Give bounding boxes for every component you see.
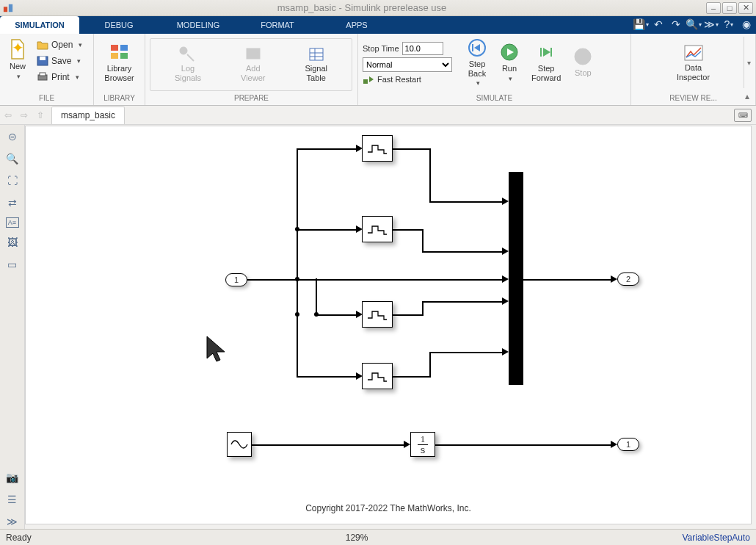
shortcut-icon[interactable]: ≫ xyxy=(705,18,718,31)
tab-debug[interactable]: DEBUG xyxy=(79,16,159,34)
tab-strip: SIMULATION DEBUG MODELING FORMAT APPS 💾 … xyxy=(0,16,756,34)
zoh-block-2[interactable] xyxy=(362,216,393,242)
zoom-icon[interactable]: 🔍 xyxy=(5,151,20,166)
keyboard-icon[interactable]: ⌨ xyxy=(734,109,752,122)
toolstrip: ✦ New ▾ Open▾ Save▾ Print▾ FILE xyxy=(0,34,756,106)
status-zoom: 129% xyxy=(346,533,368,543)
nav-back-icon[interactable]: ⇦ xyxy=(0,107,16,123)
maximize-button[interactable]: □ xyxy=(722,2,737,14)
palette: ⊝ 🔍 ⛶ ⇄ A≡ 🖼 ▭ 📷 ☰ ≫ xyxy=(0,125,25,529)
nav-up-icon[interactable]: ⇧ xyxy=(32,107,48,123)
fullscreen-icon[interactable]: ◉ xyxy=(740,18,753,31)
workspace: ⊝ 🔍 ⛶ ⇄ A≡ 🖼 ▭ 📷 ☰ ≫ 1 xyxy=(0,125,756,529)
image-icon[interactable]: 🖼 xyxy=(5,235,20,250)
print-icon xyxy=(37,72,48,82)
open-button[interactable]: Open▾ xyxy=(34,37,85,53)
collapse-toolstrip-button[interactable]: ▴ xyxy=(741,90,753,102)
app-icon xyxy=(3,3,13,13)
tab-format[interactable]: FORMAT xyxy=(238,16,317,34)
svg-rect-1 xyxy=(9,4,12,12)
outport-block-2[interactable]: 2 xyxy=(617,272,639,286)
integrator-block[interactable]: 1s xyxy=(410,432,435,457)
sine-wave-block[interactable] xyxy=(227,432,252,457)
stop-time-input[interactable] xyxy=(402,42,443,55)
fast-restart-button[interactable]: Fast Restart xyxy=(363,74,452,84)
zoh-block-4[interactable] xyxy=(362,363,393,389)
nav-forward-icon[interactable]: ⇨ xyxy=(16,107,32,123)
step-back-button[interactable]: Step Back▾ xyxy=(462,37,492,88)
viewmark-icon[interactable]: ☰ xyxy=(5,492,20,507)
data-inspector-button[interactable]: Data Inspector xyxy=(672,43,714,83)
print-button[interactable]: Print▾ xyxy=(34,69,85,85)
svg-rect-9 xyxy=(120,45,128,51)
svg-text:✦: ✦ xyxy=(12,40,24,56)
status-bar: Ready 129% VariableStepAuto xyxy=(0,529,756,545)
svg-rect-15 xyxy=(310,48,323,60)
review-more-dropdown[interactable]: ▾ xyxy=(744,37,754,88)
mux-block[interactable] xyxy=(509,172,523,385)
save-quick-icon[interactable]: 💾 xyxy=(634,18,647,31)
svg-rect-23 xyxy=(472,44,473,51)
status-ready: Ready xyxy=(6,533,32,543)
tab-simulation[interactable]: SIMULATION xyxy=(0,16,79,34)
tab-apps[interactable]: APPS xyxy=(317,16,396,34)
fit-view-icon[interactable]: ⛶ xyxy=(5,173,20,188)
library-browser-button[interactable]: Library Browser xyxy=(100,42,138,84)
log-signals-button[interactable]: Log Signals xyxy=(170,45,206,84)
tab-modeling[interactable]: MODELING xyxy=(159,16,238,34)
zoh-block-3[interactable] xyxy=(362,301,393,328)
sim-mode-select[interactable]: Normal xyxy=(363,57,452,72)
svg-rect-26 xyxy=(540,48,542,57)
svg-marker-27 xyxy=(543,48,550,57)
title-bar: msamp_basic - Simulink prerelease use – … xyxy=(0,0,756,16)
area-icon[interactable]: ▭ xyxy=(5,257,20,272)
svg-rect-30 xyxy=(580,54,586,59)
close-button[interactable]: ✕ xyxy=(738,2,753,14)
model-tab[interactable]: msamp_basic xyxy=(51,107,125,124)
find-icon[interactable]: 🔍 xyxy=(687,18,700,31)
breadcrumb-bar: ⇦ ⇨ ⇧ msamp_basic ⌨ xyxy=(0,106,756,125)
expand-palette-icon[interactable]: ≫ xyxy=(5,514,20,529)
cursor-icon xyxy=(204,335,229,364)
outport-block-1[interactable]: 1 xyxy=(617,438,639,451)
run-button[interactable]: Run▾ xyxy=(495,42,524,84)
add-viewer-button[interactable]: Add Viewer xyxy=(236,45,269,84)
canvas[interactable]: 1 xyxy=(25,126,752,524)
step-forward-button[interactable]: Step Forward xyxy=(527,42,565,84)
sample-time-icon[interactable]: ⇄ xyxy=(5,195,20,210)
svg-marker-22 xyxy=(474,44,480,51)
status-solver[interactable]: VariableStepAuto xyxy=(682,533,750,543)
stop-time-label: Stop Time xyxy=(363,44,399,53)
new-button[interactable]: ✦ New ▾ xyxy=(4,37,31,82)
svg-rect-19 xyxy=(363,79,368,84)
annotation-icon[interactable]: A≡ xyxy=(6,217,19,228)
svg-rect-0 xyxy=(4,7,7,12)
stop-button[interactable]: Stop xyxy=(568,46,597,79)
svg-rect-11 xyxy=(120,53,128,59)
svg-rect-8 xyxy=(111,45,118,51)
undo-icon[interactable]: ↶ xyxy=(652,18,665,31)
save-icon xyxy=(37,56,48,66)
minimize-button[interactable]: – xyxy=(706,2,721,14)
signal-table-button[interactable]: Signal Table xyxy=(300,45,332,84)
screenshot-icon[interactable]: 📷 xyxy=(5,470,20,485)
svg-rect-5 xyxy=(40,57,46,60)
inport-block[interactable]: 1 xyxy=(225,273,247,286)
svg-rect-10 xyxy=(111,53,118,59)
svg-marker-20 xyxy=(369,76,374,82)
redo-icon[interactable]: ↷ xyxy=(669,18,683,31)
folder-open-icon xyxy=(37,40,48,50)
svg-rect-7 xyxy=(40,73,46,76)
svg-rect-28 xyxy=(550,48,552,57)
fast-restart-icon xyxy=(363,74,374,84)
help-icon[interactable]: ? xyxy=(722,18,735,31)
hide-explorer-icon[interactable]: ⊝ xyxy=(5,129,20,144)
window-title: msamp_basic - Simulink prerelease use xyxy=(18,2,706,13)
zoh-block-1[interactable] xyxy=(362,135,393,162)
svg-point-13 xyxy=(180,47,187,54)
copyright-text: Copyright 2017-2022 The MathWorks, Inc. xyxy=(26,503,751,513)
save-button[interactable]: Save▾ xyxy=(34,53,85,69)
